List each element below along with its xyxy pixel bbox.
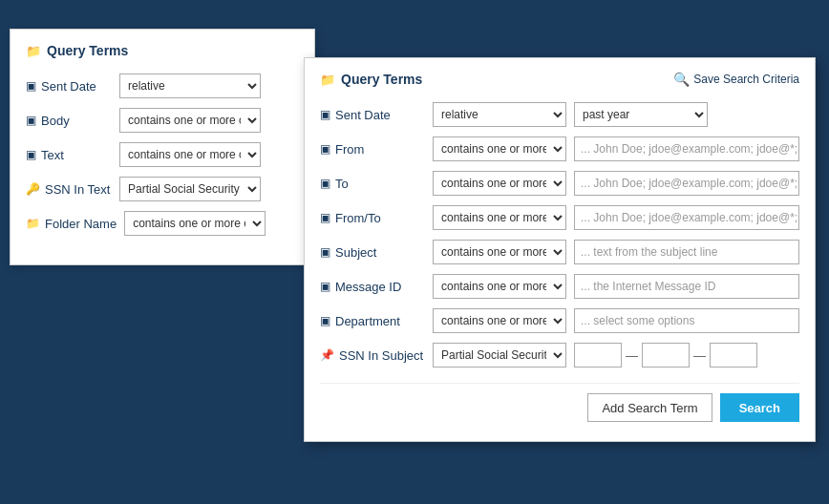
front-subject-operator[interactable]: contains one or more of contains all of … bbox=[433, 240, 566, 264]
check-icon-body: ▣ bbox=[26, 114, 36, 127]
front-msgid-operator[interactable]: contains one or more of contains all of … bbox=[433, 274, 566, 299]
ssn-dash-1: — bbox=[626, 348, 638, 363]
check-icon-sent-date: ▣ bbox=[26, 79, 36, 93]
front-from-operator[interactable]: contains one or more of contains all of … bbox=[433, 136, 566, 161]
check-icon-f-msgid: ▣ bbox=[320, 280, 330, 293]
front-label-subject: ▣ Subject bbox=[320, 245, 425, 260]
check-icon-f-to: ▣ bbox=[320, 177, 330, 190]
back-label-sent-date: ▣ Sent Date bbox=[26, 79, 112, 94]
back-label-folder: 📁 Folder Name bbox=[26, 217, 117, 231]
footer-buttons: Add Search Term Search bbox=[320, 383, 799, 422]
key-icon-ssn: 🔑 bbox=[26, 182, 40, 196]
ssn-part1-input[interactable] bbox=[574, 343, 622, 368]
clip-icon-ssn-subject: 📌 bbox=[320, 348, 334, 362]
front-to-operator[interactable]: contains one or more of contains all of … bbox=[433, 171, 566, 196]
search-glass-icon: 🔍 bbox=[673, 72, 690, 87]
back-row-folder: 📁 Folder Name contains one or more of co… bbox=[26, 211, 299, 236]
front-ssn-subject-operator[interactable]: Partial Social Security Numb Full Social… bbox=[433, 343, 566, 368]
back-text-operator[interactable]: contains one or more of contains all of … bbox=[119, 142, 261, 167]
front-panel-header: 📁 Query Terms 🔍 Save Search Criteria bbox=[320, 72, 799, 87]
front-row-message-id: ▣ Message ID contains one or more of con… bbox=[320, 274, 799, 299]
back-row-ssn-text: 🔑 SSN In Text Partial Social Security Nu… bbox=[26, 177, 299, 201]
add-search-term-button[interactable]: Add Search Term bbox=[587, 393, 712, 422]
front-msgid-value[interactable]: ... the Internet Message ID bbox=[574, 274, 799, 299]
front-row-ssn-subject: 📌 SSN In Subject Partial Social Security… bbox=[320, 343, 799, 368]
back-panel-title: 📁 Query Terms bbox=[26, 43, 128, 58]
front-dept-operator[interactable]: contains one or more of contains all of … bbox=[433, 308, 566, 333]
back-label-body: ▣ Body bbox=[26, 114, 112, 128]
back-row-text: ▣ Text contains one or more of contains … bbox=[26, 142, 299, 167]
front-label-message-id: ▣ Message ID bbox=[320, 280, 425, 294]
back-row-body: ▣ Body contains one or more of contains … bbox=[26, 108, 299, 133]
front-row-sent-date: ▣ Sent Date relative absolute any past y… bbox=[320, 102, 799, 127]
ssn-part3-input[interactable] bbox=[710, 343, 757, 368]
front-panel: 📁 Query Terms 🔍 Save Search Criteria ▣ S… bbox=[304, 57, 816, 442]
front-label-ssn-subject: 📌 SSN In Subject bbox=[320, 348, 425, 363]
front-label-to: ▣ To bbox=[320, 177, 425, 191]
check-icon-f-from: ▣ bbox=[320, 142, 330, 156]
back-title-text: Query Terms bbox=[47, 43, 128, 58]
back-label-text: ▣ Text bbox=[26, 148, 112, 162]
back-body-operator[interactable]: contains one or more of contains all of … bbox=[119, 108, 261, 133]
front-title-text: Query Terms bbox=[341, 72, 422, 87]
check-icon-f-subject: ▣ bbox=[320, 245, 330, 259]
back-folder-operator[interactable]: contains one or more of contains all of … bbox=[124, 211, 266, 236]
front-row-subject: ▣ Subject contains one or more of contai… bbox=[320, 240, 799, 264]
check-icon-f-dept: ▣ bbox=[320, 314, 330, 327]
front-fromto-value[interactable]: ... John Doe; jdoe@example.com; jdoe@*; … bbox=[574, 205, 799, 230]
check-icon-f-sent-date: ▣ bbox=[320, 108, 330, 121]
front-row-from: ▣ From contains one or more of contains … bbox=[320, 136, 799, 161]
back-sent-date-operator[interactable]: relative absolute any bbox=[119, 74, 261, 98]
front-row-department: ▣ Department contains one or more of con… bbox=[320, 308, 799, 333]
front-label-department: ▣ Department bbox=[320, 314, 425, 328]
front-row-fromto: ▣ From/To contains one or more of contai… bbox=[320, 205, 799, 230]
back-panel: 📁 Query Terms ▣ Sent Date relative absol… bbox=[10, 29, 315, 265]
front-fromto-operator[interactable]: contains one or more of contains all of … bbox=[433, 205, 566, 230]
back-ssn-operator[interactable]: Partial Social Security Numb Full Social… bbox=[119, 177, 261, 201]
front-subject-value[interactable]: ... text from the subject line bbox=[574, 240, 799, 264]
save-search-label: Save Search Criteria bbox=[693, 73, 799, 86]
front-label-sent-date: ▣ Sent Date bbox=[320, 108, 425, 122]
save-search-button[interactable]: 🔍 Save Search Criteria bbox=[673, 72, 799, 87]
back-row-sent-date: ▣ Sent Date relative absolute any bbox=[26, 74, 299, 98]
front-from-value[interactable]: ... John Doe; jdoe@example.com; jdoe@*; … bbox=[574, 136, 799, 161]
front-to-value[interactable]: ... John Doe; jdoe@example.com; jdoe@*; … bbox=[574, 171, 799, 196]
front-dept-value[interactable]: ... select some options bbox=[574, 308, 799, 333]
check-icon-text: ▣ bbox=[26, 148, 36, 161]
ssn-part2-input[interactable] bbox=[642, 343, 690, 368]
search-button[interactable]: Search bbox=[720, 393, 799, 422]
front-sent-date-value[interactable]: past year past month past week today bbox=[574, 102, 708, 127]
front-folder-icon: 📁 bbox=[320, 73, 335, 87]
folder-icon: 📁 bbox=[26, 44, 41, 58]
ssn-inputs: — — bbox=[574, 343, 757, 368]
ssn-dash-2: — bbox=[693, 348, 706, 363]
front-sent-date-operator[interactable]: relative absolute any bbox=[433, 102, 566, 127]
front-label-from: ▣ From bbox=[320, 142, 425, 157]
check-icon-f-fromto: ▣ bbox=[320, 211, 330, 224]
front-row-to: ▣ To contains one or more of contains al… bbox=[320, 171, 799, 196]
folder-icon-folder: 📁 bbox=[26, 217, 40, 230]
front-label-fromto: ▣ From/To bbox=[320, 211, 425, 225]
back-panel-header: 📁 Query Terms bbox=[26, 43, 299, 58]
front-panel-title: 📁 Query Terms bbox=[320, 72, 422, 87]
back-label-ssn-text: 🔑 SSN In Text bbox=[26, 182, 112, 197]
